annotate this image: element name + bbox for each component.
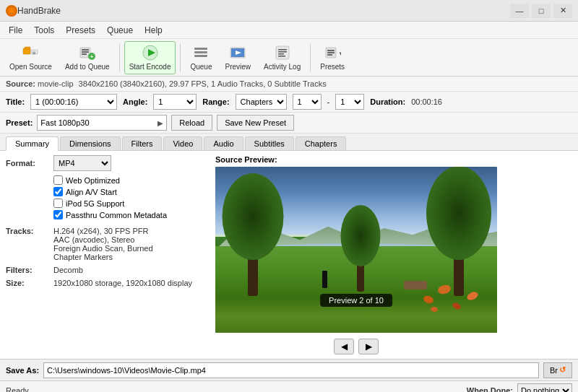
duration-value: 00:00:16 xyxy=(411,97,442,106)
track-3: Foreign Audio Scan, Burned xyxy=(53,244,153,253)
queue-button[interactable]: Queue xyxy=(185,41,217,74)
range-to: - xyxy=(327,97,330,106)
passthru-label: Passthru Common Metadata xyxy=(66,211,167,219)
size-value: 1920x1080 storage, 1920x1080 display xyxy=(53,279,192,287)
add-to-queue-button[interactable]: + Add to Queue xyxy=(60,41,115,74)
reload-button[interactable]: Reload xyxy=(171,115,212,131)
main-content: Format: MP4 Web Optimized Align A/V Star… xyxy=(0,151,578,359)
duration-label: Duration: xyxy=(370,97,405,106)
web-optimized-label: Web Optimized xyxy=(66,176,120,185)
size-row: Size: 1920x1080 storage, 1920x1080 displ… xyxy=(6,279,208,287)
activity-log-icon xyxy=(274,44,291,61)
svg-text:▼: ▼ xyxy=(338,51,341,57)
preview-button[interactable]: Preview xyxy=(220,41,256,74)
tab-video[interactable]: Video xyxy=(163,136,202,150)
preset-label: Preset: xyxy=(6,118,33,127)
separator-1 xyxy=(119,44,120,71)
browse-button[interactable]: Br ↺ xyxy=(543,362,572,378)
preview-scene xyxy=(215,167,497,333)
menu-bar: File Tools Presets Queue Help xyxy=(0,22,578,39)
title-select[interactable]: 1 (00:00:16) xyxy=(30,94,117,110)
svg-rect-18 xyxy=(276,46,289,59)
menu-presets[interactable]: Presets xyxy=(60,24,101,37)
preview-prev-button[interactable]: ◀ xyxy=(334,339,354,354)
tracks-label: Tracks: xyxy=(6,227,49,235)
person-figure xyxy=(322,271,327,288)
separator-3 xyxy=(310,44,311,71)
save-new-preset-button[interactable]: Save New Preset xyxy=(217,115,294,131)
svg-rect-1 xyxy=(25,47,30,49)
source-value: movie-clip xyxy=(38,79,74,88)
presets-label: Presets xyxy=(320,63,345,71)
svg-rect-14 xyxy=(194,55,207,57)
start-encode-icon xyxy=(142,44,159,61)
presets-icon: ▼ xyxy=(324,44,341,61)
passthru-row: Passthru Common Metadata xyxy=(53,210,208,219)
ipod-checkbox[interactable] xyxy=(53,199,63,208)
from-select[interactable]: 1 xyxy=(293,94,322,110)
window-controls: — □ ✕ xyxy=(510,4,572,18)
menu-queue[interactable]: Queue xyxy=(101,24,139,37)
preview-controls: ◀ ▶ xyxy=(215,339,497,354)
svg-rect-7 xyxy=(82,53,87,55)
range-label: Range: xyxy=(202,97,229,106)
preset-selector[interactable]: Fast 1080p30 ▶ xyxy=(37,115,167,131)
format-select[interactable]: MP4 xyxy=(53,155,111,171)
web-optimized-checkbox[interactable] xyxy=(53,175,63,185)
when-done-select[interactable]: Do nothing xyxy=(517,383,572,393)
status-bar: Ready When Done: Do nothing xyxy=(0,380,578,392)
minimize-button[interactable]: — xyxy=(510,4,529,18)
align-av-row: Align A/V Start xyxy=(53,187,208,196)
filters-label: Filters: xyxy=(6,266,49,274)
title-range-bar: Title: 1 (00:00:16) Angle: 1 Range: Chap… xyxy=(0,92,578,113)
tab-dimensions[interactable]: Dimensions xyxy=(60,136,120,150)
svg-rect-26 xyxy=(327,54,332,56)
maximize-button[interactable]: □ xyxy=(532,4,551,18)
filters-row: Filters: Decomb xyxy=(6,266,208,274)
preview-next-button[interactable]: ▶ xyxy=(358,339,379,354)
open-source-button[interactable]: ⊞ Open Source xyxy=(4,41,57,74)
tab-audio[interactable]: Audio xyxy=(204,136,243,150)
tab-summary[interactable]: Summary xyxy=(6,136,59,151)
add-to-queue-icon: + xyxy=(79,44,96,61)
menu-tools[interactable]: Tools xyxy=(28,24,60,37)
status-ready: Ready xyxy=(6,386,29,393)
start-encode-label: Start Encode xyxy=(129,63,171,71)
preview-container: Preview 2 of 10 xyxy=(215,167,497,333)
activity-log-button[interactable]: Activity Log xyxy=(259,41,306,74)
tab-filters[interactable]: Filters xyxy=(122,136,163,150)
start-encode-button[interactable]: Start Encode xyxy=(124,41,176,74)
tracks-values: H.264 (x264), 30 FPS PFR AAC (avcodec), … xyxy=(53,227,153,261)
presets-button[interactable]: ▼ Presets xyxy=(315,41,350,74)
tab-chapters[interactable]: Chapters xyxy=(296,136,347,150)
range-select[interactable]: Chapters xyxy=(236,94,287,110)
preview-badge: Preview 2 of 10 xyxy=(320,294,392,307)
svg-rect-12 xyxy=(194,48,207,50)
svg-rect-6 xyxy=(82,51,89,53)
angle-select[interactable]: 1 xyxy=(153,94,197,110)
queue-label: Queue xyxy=(190,63,212,71)
svg-rect-21 xyxy=(278,53,284,55)
angle-label: Angle: xyxy=(123,97,147,106)
format-label: Format: xyxy=(6,159,49,167)
svg-rect-20 xyxy=(278,51,287,53)
ipod-label: iPod 5G Support xyxy=(66,199,124,208)
svg-rect-19 xyxy=(278,49,287,51)
align-av-label: Align A/V Start xyxy=(66,188,117,196)
align-av-checkbox[interactable] xyxy=(53,187,63,196)
to-select[interactable]: 1 xyxy=(335,94,364,110)
web-optimized-row: Web Optimized xyxy=(53,175,208,185)
save-path-input[interactable] xyxy=(43,362,539,378)
app-title: HandBrake xyxy=(17,6,510,16)
filters-value: Decomb xyxy=(53,266,83,274)
menu-help[interactable]: Help xyxy=(139,24,168,37)
menu-file[interactable]: File xyxy=(3,24,28,37)
svg-rect-22 xyxy=(278,56,285,57)
ipod-row: iPod 5G Support xyxy=(53,199,208,208)
format-row: Format: MP4 xyxy=(6,155,208,171)
size-label: Size: xyxy=(6,279,49,287)
tab-subtitles[interactable]: Subtitles xyxy=(245,136,294,150)
close-button[interactable]: ✕ xyxy=(553,4,572,18)
track-4: Chapter Markers xyxy=(53,253,153,261)
passthru-checkbox[interactable] xyxy=(53,210,63,219)
